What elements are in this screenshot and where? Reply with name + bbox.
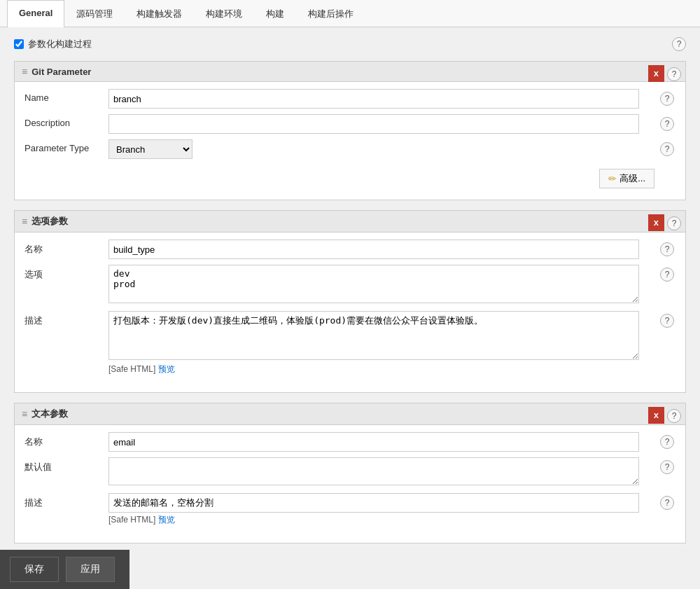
text-desc-input[interactable] [108,493,639,513]
git-name-input[interactable] [108,89,639,109]
text-preview-link[interactable]: 预览 [158,515,175,525]
tab-source[interactable]: 源码管理 [64,0,125,27]
text-parameter-title: 文本参数 [31,408,68,420]
text-default-label: 默认值 [24,457,108,473]
choice-choices-control: dev prod [108,265,639,305]
git-description-input[interactable] [108,114,639,134]
parameterize-label: 参数化构建过程 [28,38,92,50]
text-name-label: 名称 [24,432,108,448]
git-description-label: Description [24,114,108,128]
choice-desc-control: 打包版本：开发版(dev)直接生成二维码，体验版(prod)需要在微信公众平台设… [108,311,639,380]
choice-name-input[interactable] [108,240,639,259]
text-parameter-body: 名称 ? 默认值 ? 描述 [15,425,685,543]
tab-post-build[interactable]: 构建后操作 [296,0,365,27]
choice-delete-button[interactable]: x [648,214,664,231]
git-advanced-button[interactable]: ✏ 高级... [599,169,654,188]
text-desc-row: 描述 [Safe HTML] 预览 ? [24,493,676,530]
choice-name-help-icon[interactable]: ? [660,242,674,256]
tab-triggers[interactable]: 构建触发器 [125,0,194,27]
text-parameter-header: ≡ 文本参数 [15,403,685,425]
choice-choices-label: 选项 [24,265,108,281]
git-delete-button[interactable]: x [648,65,664,82]
git-param-type-label: Parameter Type [24,139,108,153]
git-parameter-body: Name ? Description ? Param [15,82,685,200]
text-desc-control: [Safe HTML] 预览 [108,493,639,530]
parameterize-help-icon[interactable]: ? [672,37,686,51]
git-parameter-header: ≡ Git Parameter [15,62,685,82]
text-desc-help-icon[interactable]: ? [660,496,674,510]
tab-build[interactable]: 构建 [254,0,296,27]
text-parameter-card: ≡ 文本参数 x ? 名称 ? 默认值 [14,403,686,543]
tab-bar: General 源码管理 构建触发器 构建环境 构建 构建后操作 [0,0,700,27]
choice-name-row: 名称 ? [24,240,676,259]
text-name-input[interactable] [108,432,639,452]
text-desc-label: 描述 [24,493,108,509]
git-name-control [108,89,639,109]
text-header-icon: ≡ [22,408,27,420]
text-name-help-icon[interactable]: ? [660,435,674,449]
save-button[interactable]: 保存 [10,557,59,582]
git-name-label: Name [24,89,108,103]
text-default-control [108,457,639,487]
git-description-row: Description ? [24,114,676,134]
text-delete-button[interactable]: x [648,407,664,424]
choice-desc-textarea[interactable]: 打包版本：开发版(dev)直接生成二维码，体验版(prod)需要在微信公众平台设… [108,311,639,360]
choice-desc-row: 描述 打包版本：开发版(dev)直接生成二维码，体验版(prod)需要在微信公众… [24,311,676,380]
choice-name-label: 名称 [24,240,108,256]
git-name-row: Name ? [24,89,676,109]
text-name-row: 名称 ? [24,432,676,452]
choice-parameter-title: 选项参数 [31,215,68,228]
choice-safe-html-row: [Safe HTML] 预览 [108,362,639,380]
git-name-help-icon[interactable]: ? [660,92,674,106]
tab-general[interactable]: General [7,0,64,27]
git-param-type-help-icon[interactable]: ? [660,142,674,156]
git-advanced-label: 高级... [620,172,645,185]
git-description-help-icon[interactable]: ? [660,117,674,131]
git-param-type-row: Parameter Type Branch Tag Revision Pull … [24,139,676,159]
pencil-icon: ✏ [608,173,617,184]
text-default-help-icon[interactable]: ? [660,460,674,474]
git-parameter-title: Git Parameter [31,67,91,77]
text-default-row: 默认值 ? [24,457,676,487]
choice-safe-html-text: [Safe HTML] [108,364,155,374]
git-header-icon: ≡ [22,66,27,77]
text-card-help-icon[interactable]: ? [667,409,681,423]
git-advanced-row: ✏ 高级... [24,165,676,193]
parameterize-row: 参数化构建过程 ? [14,37,686,51]
git-param-type-select[interactable]: Branch Tag Revision Pull Request [108,139,192,159]
git-description-control [108,114,639,134]
choice-preview-link[interactable]: 预览 [158,364,175,374]
choice-parameter-body: 名称 ? 选项 dev prod ? 描述 [15,233,685,392]
git-param-type-control: Branch Tag Revision Pull Request [108,139,639,159]
main-content: 参数化构建过程 ? ≡ Git Parameter x ? Name ? [0,27,700,589]
choice-desc-help-icon[interactable]: ? [660,314,674,328]
text-default-textarea[interactable] [108,457,639,485]
choice-card-help-icon[interactable]: ? [667,216,681,230]
bottom-bar: 保存 应用 [0,550,130,589]
choice-choices-textarea[interactable]: dev prod [108,265,639,303]
choice-parameter-card: ≡ 选项参数 x ? 名称 ? 选项 dev prod [14,210,686,393]
tab-env[interactable]: 构建环境 [194,0,254,27]
parameterize-checkbox[interactable] [14,39,24,49]
apply-button[interactable]: 应用 [66,557,115,582]
git-parameter-card: ≡ Git Parameter x ? Name ? Description [14,61,686,200]
choice-header-icon: ≡ [22,216,27,227]
choice-name-control [108,240,639,259]
text-name-control [108,432,639,452]
text-safe-html-text: [Safe HTML] [108,515,155,525]
choice-choices-row: 选项 dev prod ? [24,265,676,305]
choice-parameter-header: ≡ 选项参数 [15,211,685,233]
git-card-help-icon[interactable]: ? [667,67,681,81]
choice-choices-help-icon[interactable]: ? [660,268,674,282]
choice-desc-label: 描述 [24,311,108,327]
text-safe-html-row: [Safe HTML] 预览 [108,513,639,530]
